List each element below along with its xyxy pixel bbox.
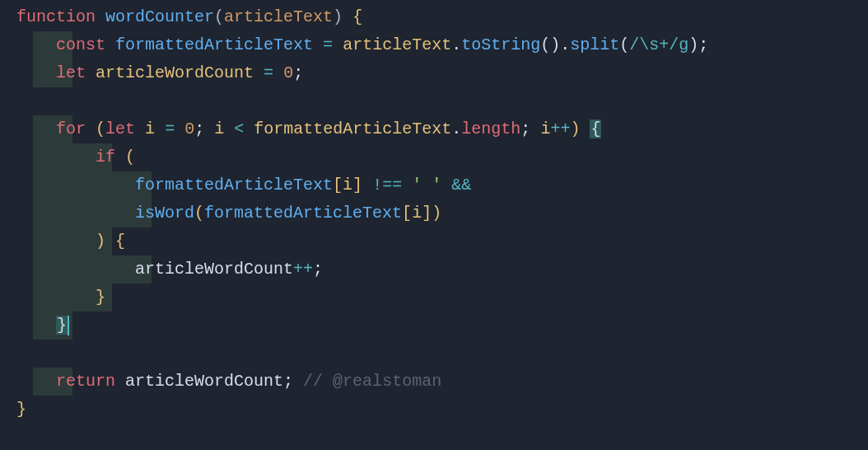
paren-close: ) (688, 35, 698, 54)
dot: . (560, 35, 570, 54)
semicolon: ; (283, 372, 293, 391)
brace-close: } (16, 400, 26, 419)
var-formattedArticleText: formattedArticleText (115, 35, 313, 54)
text-cursor (68, 316, 69, 335)
paren-open: ( (96, 120, 105, 138)
parens: () (540, 35, 560, 54)
semicolon: ; (520, 120, 530, 138)
code-line-15[interactable]: } (16, 396, 868, 424)
param-articleText: articleText (224, 7, 333, 26)
operator-assign: = (165, 120, 175, 138)
dot: . (451, 120, 461, 138)
method-split: split (570, 35, 619, 54)
paren-close: ) (432, 204, 441, 223)
operator-assign: = (323, 35, 333, 54)
semicolon: ; (194, 120, 204, 138)
keyword-let: let (56, 63, 86, 82)
ident-i: i (540, 120, 550, 138)
operator-lt: < (234, 120, 244, 138)
brace-open-matched: { (590, 120, 601, 138)
code-line-10[interactable]: articleWordCount++; (16, 255, 868, 284)
string-space: ' ' (412, 176, 441, 195)
keyword-for: for (56, 120, 86, 138)
bracket-close: ] (352, 176, 362, 195)
ident-i: i (145, 120, 155, 138)
property-length: length (461, 120, 520, 138)
keyword-if: if (96, 148, 115, 166)
semicolon: ; (698, 35, 708, 54)
code-line-11[interactable]: } (16, 284, 868, 312)
code-line-6[interactable]: if ( (16, 143, 868, 171)
code-line-14[interactable]: return articleWordCount; // @realstoman (16, 368, 868, 396)
var-articleWordCount: articleWordCount (96, 63, 254, 82)
code-line-3[interactable]: let articleWordCount = 0; (16, 59, 868, 87)
method-toString: toString (461, 35, 540, 54)
ident-formattedArticleText: formattedArticleText (135, 176, 333, 195)
paren-open: ( (125, 148, 135, 166)
paren-close: ) (333, 7, 343, 26)
keyword-return: return (56, 372, 115, 391)
code-line-2[interactable]: const formattedArticleText = articleText… (16, 31, 868, 59)
bracket-open: [ (333, 176, 343, 195)
semicolon: ; (313, 260, 323, 279)
function-isWord: isWord (135, 204, 194, 223)
semicolon: ; (293, 63, 303, 82)
operator-assign: = (264, 63, 273, 82)
code-line-4[interactable] (16, 87, 868, 115)
keyword-let: let (105, 120, 135, 138)
brace-close-cursor: } (56, 316, 68, 335)
bracket-close: ] (422, 204, 432, 223)
operator-neq: !== (372, 176, 402, 195)
ident-formattedArticleText: formattedArticleText (254, 120, 451, 138)
brace-open: { (115, 232, 125, 251)
brace-open: { (352, 7, 362, 26)
ident-articleWordCount: articleWordCount (135, 260, 293, 279)
code-line-13[interactable] (16, 340, 868, 368)
code-line-12[interactable]: } (16, 312, 868, 340)
code-line-7[interactable]: formattedArticleText[i] !== ' ' && (16, 171, 868, 199)
operator-increment: ++ (550, 120, 570, 138)
ident-i: i (412, 204, 422, 223)
paren-open: ( (194, 204, 204, 223)
ident-i: i (214, 120, 224, 138)
ident-i: i (343, 176, 352, 195)
brace-close: } (96, 288, 105, 307)
keyword-function: function (16, 7, 96, 26)
number-zero: 0 (184, 120, 194, 138)
paren-close: ) (96, 232, 105, 251)
paren-open: ( (214, 7, 224, 26)
code-line-1[interactable]: function wordCounter(articleText) { (16, 3, 868, 31)
operator-and: && (451, 176, 471, 195)
ident-formattedArticleText: formattedArticleText (204, 204, 402, 223)
code-line-9[interactable]: ) { (16, 227, 868, 255)
ident-articleWordCount: articleWordCount (125, 372, 283, 391)
code-line-8[interactable]: isWord(formattedArticleText[i]) (16, 199, 868, 227)
ident-articleText: articleText (343, 35, 451, 54)
function-name: wordCounter (105, 7, 214, 26)
code-editor[interactable]: function wordCounter(articleText) { cons… (0, 3, 868, 424)
comment: // @realstoman (303, 372, 441, 391)
keyword-const: const (56, 35, 105, 54)
paren-close: ) (570, 120, 580, 138)
number-zero: 0 (283, 63, 293, 82)
code-line-5[interactable]: for (let i = 0; i < formattedArticleText… (16, 115, 868, 143)
paren-open: ( (619, 35, 629, 54)
operator-increment: ++ (293, 260, 313, 279)
dot: . (451, 35, 461, 54)
bracket-open: [ (402, 204, 412, 223)
regex-literal: /\s+/g (629, 35, 688, 54)
